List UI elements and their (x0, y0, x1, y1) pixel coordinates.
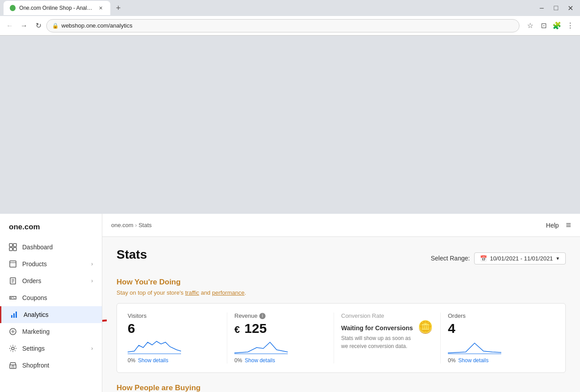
orders-value: 4 (448, 321, 548, 336)
sidebar-item-label: Marketing (22, 328, 49, 335)
revenue-value: € 125 (234, 321, 326, 336)
visitors-label: Visitors (128, 312, 220, 319)
sidebar-item-coupons[interactable]: Coupons (0, 289, 102, 306)
visitors-chart (128, 339, 220, 355)
conversion-waiting-title: Waiting for Conversions (341, 324, 414, 332)
app-header: one.com › Stats Help ≡ (102, 214, 580, 237)
svg-rect-1 (13, 244, 16, 247)
url-display: webshop.one.com/analytics (61, 22, 133, 29)
sidebar-item-label: Products (22, 260, 47, 268)
tab-title: One.com Online Shop - Analytics (19, 5, 93, 11)
sidebar-item-settings[interactable]: Settings › (0, 340, 102, 357)
sidebar-item-analytics[interactable]: Analytics (0, 306, 102, 323)
calendar-icon: 📅 (480, 255, 487, 262)
sidebar-item-label: Dashboard (22, 244, 53, 251)
select-range-label: Select Range: (431, 255, 470, 262)
stat-revenue: Revenue i € 125 (234, 312, 334, 364)
forward-button[interactable]: → (18, 20, 30, 32)
sidebar-item-products[interactable]: Products › (0, 256, 102, 272)
sidebar-item-label: Analytics (24, 311, 48, 318)
svg-rect-13 (13, 313, 15, 318)
svg-rect-0 (9, 244, 12, 247)
chevron-right-icon: › (91, 345, 93, 352)
extensions-button[interactable]: 🧩 (551, 20, 563, 32)
settings-icon (9, 344, 17, 352)
shopfront-icon (9, 361, 17, 369)
new-tab-button[interactable]: + (112, 2, 125, 14)
orders-icon (9, 277, 17, 285)
sidebar-item-label: Coupons (22, 294, 47, 301)
stat-orders: Orders 4 0% Show details (448, 312, 555, 364)
svg-rect-18 (12, 366, 14, 368)
conversion-waiting: Waiting for Conversions Stats will show … (341, 321, 433, 354)
revenue-pct: 0% (234, 357, 242, 364)
svg-rect-14 (16, 312, 17, 318)
svg-point-10 (11, 297, 12, 298)
lock-icon: 🔒 (52, 23, 59, 29)
breadcrumb: one.com › Stats (111, 222, 152, 228)
maximize-button[interactable]: □ (550, 2, 562, 14)
svg-rect-2 (9, 248, 12, 251)
performance-link[interactable]: performance (212, 289, 245, 296)
sidebar-item-marketing[interactable]: Marketing (0, 323, 102, 340)
hamburger-menu[interactable]: ≡ (566, 220, 571, 230)
date-range-picker[interactable]: 📅 10/01/2021 - 11/01/2021 ▼ (474, 252, 566, 264)
chevron-right-icon: › (91, 261, 93, 267)
minimize-button[interactable]: – (536, 2, 548, 14)
tab-search-button[interactable]: ⊡ (537, 20, 550, 32)
orders-label: Orders (448, 312, 548, 319)
page-title: Stats (117, 248, 147, 262)
coupons-icon (9, 294, 17, 302)
visitors-pct: 0% (128, 357, 135, 364)
products-icon (9, 260, 17, 268)
sidebar-nav: Dashboard Products › (0, 239, 102, 374)
svg-rect-4 (10, 261, 16, 267)
coins-icon: 🪙 (418, 321, 433, 333)
back-button[interactable]: ← (4, 20, 16, 32)
sidebar-item-label: Orders (22, 277, 41, 284)
dashboard-icon (9, 243, 17, 251)
svg-rect-3 (13, 248, 16, 251)
sidebar: one.com Dashboard (0, 214, 102, 392)
section1-title: How You're Doing (117, 278, 566, 287)
tab-close-button[interactable]: ✕ (97, 4, 104, 12)
svg-rect-12 (11, 315, 12, 318)
bookmark-button[interactable]: ☆ (524, 20, 536, 32)
tab-favicon (10, 5, 16, 11)
help-link[interactable]: Help (546, 222, 559, 229)
close-button[interactable]: ✕ (564, 2, 576, 14)
conversion-label: Conversion Rate (341, 312, 433, 319)
svg-line-11 (12, 297, 15, 299)
chevron-right-icon: › (91, 278, 93, 284)
conversion-waiting-text: Stats will show up as soon as we receive… (341, 334, 414, 350)
page-breadcrumb: Stats (138, 222, 152, 228)
orders-show-details[interactable]: Show details (458, 357, 488, 364)
reload-button[interactable]: ↻ (32, 20, 44, 32)
revenue-label: Revenue i (234, 312, 326, 319)
visitors-show-details[interactable]: Show details (138, 357, 168, 364)
menu-button[interactable]: ⋮ (564, 20, 576, 32)
address-bar[interactable]: 🔒 webshop.one.com/analytics (46, 19, 520, 32)
stats-card-1: Visitors 6 0% Show details (117, 303, 566, 373)
sidebar-item-orders[interactable]: Orders › (0, 272, 102, 289)
analytics-icon (10, 311, 18, 319)
marketing-icon (9, 328, 17, 336)
section2-title: How People are Buying (117, 384, 566, 392)
revenue-chart (234, 339, 326, 355)
visitors-value: 6 (128, 321, 220, 336)
sidebar-item-label: Shopfront (22, 362, 49, 369)
revenue-info-icon[interactable]: i (259, 313, 266, 319)
svg-point-16 (12, 347, 14, 350)
sidebar-item-shopfront[interactable]: Shopfront (0, 357, 102, 374)
stat-visitors: Visitors 6 0% Show details (128, 312, 227, 364)
section1-subtitle: Stay on top of your store's traffic and … (117, 289, 566, 296)
main-content: Stats Select Range: 📅 10/01/2021 - 11/01… (102, 237, 580, 392)
orders-pct: 0% (448, 357, 455, 364)
date-range-value: 10/01/2021 - 11/01/2021 (490, 255, 553, 262)
chevron-down-icon: ▼ (556, 256, 560, 261)
sidebar-item-dashboard[interactable]: Dashboard (0, 239, 102, 256)
sidebar-item-label: Settings (22, 345, 45, 352)
revenue-show-details[interactable]: Show details (245, 357, 275, 364)
traffic-link[interactable]: traffic (185, 289, 199, 296)
app-logo: one.com (0, 217, 102, 239)
